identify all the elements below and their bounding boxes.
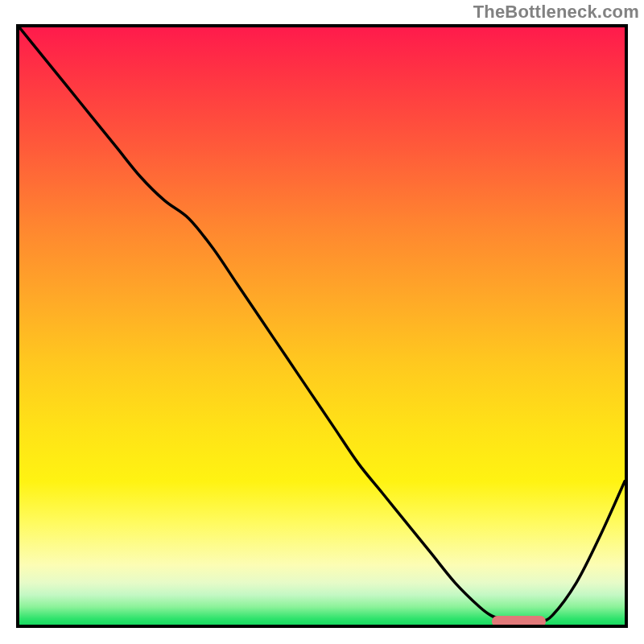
bottleneck-curve	[19, 27, 625, 625]
plot-area	[16, 24, 628, 628]
sweet-spot-marker	[492, 616, 547, 627]
attribution-label: TheBottleneck.com	[473, 2, 639, 23]
chart-container: TheBottleneck.com	[0, 0, 644, 644]
